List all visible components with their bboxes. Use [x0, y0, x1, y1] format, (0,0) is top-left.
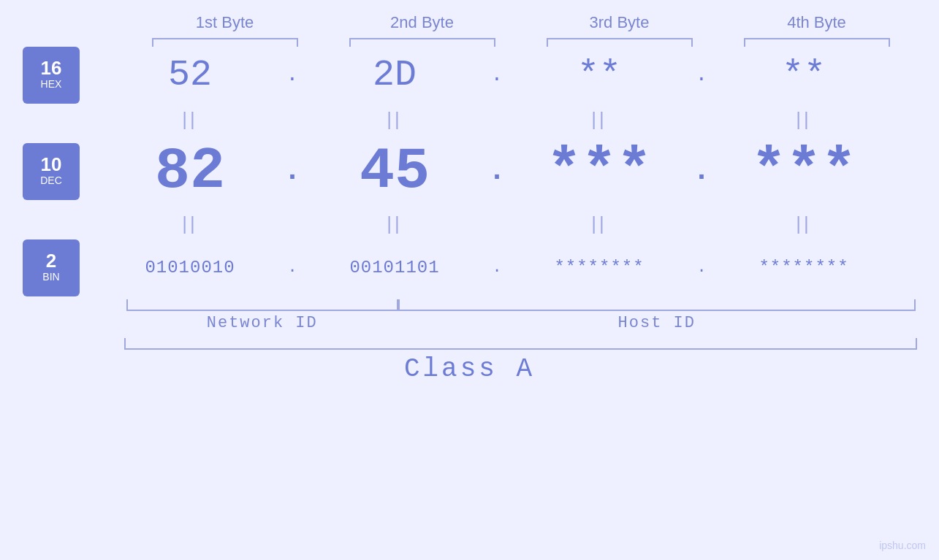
bin-value-row: 01010010 . 00101101 . ******** . *******…	[102, 239, 892, 296]
dec-values-col: 82 . 45 . *** . ***	[102, 135, 939, 208]
equals-row2: || || || ||	[102, 212, 892, 235]
hex-num: 16	[41, 58, 62, 77]
byte2-header: 2nd Byte	[335, 13, 510, 32]
bin-dot3: .	[687, 239, 716, 296]
dec-num: 10	[41, 155, 62, 174]
id-labels-row: Network ID Host ID	[126, 314, 916, 332]
dec-b2: 45	[307, 135, 482, 208]
bracket-host	[397, 299, 916, 311]
bin-label: BIN	[42, 270, 59, 285]
dec-b1: 82	[102, 135, 278, 208]
host-id-label: Host ID	[398, 314, 915, 332]
dec-dot2: .	[482, 135, 512, 208]
bin-num: 2	[46, 251, 56, 270]
class-label: Class A	[0, 354, 939, 384]
eq1-b2: ||	[307, 108, 482, 131]
dec-value-row: 82 . 45 . *** . ***	[102, 135, 892, 208]
hex-b2: 2D	[307, 47, 482, 104]
hex-b3: **	[512, 47, 687, 104]
equals-row1-wrapper: || || || ||	[0, 104, 939, 135]
bin-b1: 01010010	[102, 239, 278, 296]
hex-badge-col: 16 HEX	[0, 47, 102, 104]
bracket-top-3	[547, 38, 693, 47]
dec-badge-col: 10 DEC	[0, 143, 102, 200]
byte1-header: 1st Byte	[137, 13, 313, 32]
network-id-label: Network ID	[126, 314, 399, 332]
eq2-b1: ||	[102, 212, 278, 235]
eq2-b3: ||	[512, 212, 687, 235]
eq1-b4: ||	[716, 108, 892, 131]
dec-b4: ***	[716, 135, 892, 208]
eq2-b4: ||	[716, 212, 892, 235]
hex-label: HEX	[41, 77, 62, 92]
equals-row2-wrapper: || || || ||	[0, 208, 939, 239]
bin-dot1: .	[278, 239, 307, 296]
hex-value-row: 52 . 2D . ** . **	[102, 47, 892, 104]
equals-row1: || || || ||	[102, 108, 892, 131]
bracket-full	[124, 338, 917, 350]
bin-dot2: .	[482, 239, 512, 296]
byte4-header: 4th Byte	[729, 13, 905, 32]
dec-dot1: .	[278, 135, 307, 208]
dec-label: DEC	[40, 174, 62, 188]
eq1-b1: ||	[102, 108, 278, 131]
hex-values-col: 52 . 2D . ** . **	[102, 47, 939, 104]
dec-row-wrapper: 10 DEC 82 . 45 . *** . ***	[0, 135, 939, 208]
bracket-top-2	[349, 38, 495, 47]
eq1-b3: ||	[512, 108, 687, 131]
bin-row-wrapper: 2 BIN 01010010 . 00101101 . ******** . *…	[0, 239, 939, 296]
bottom-brackets	[126, 299, 916, 311]
hex-dot3: .	[687, 47, 716, 104]
hex-badge: 16 HEX	[23, 47, 80, 104]
watermark: ipshu.com	[879, 540, 926, 551]
top-brackets	[126, 38, 916, 47]
bracket-top-1	[152, 38, 298, 47]
bin-b2: 00101101	[307, 239, 482, 296]
hex-dot1: .	[278, 47, 307, 104]
hex-dot2: .	[482, 47, 512, 104]
dec-badge: 10 DEC	[23, 143, 80, 200]
dec-dot3: .	[687, 135, 716, 208]
byte3-header: 3rd Byte	[532, 13, 707, 32]
hex-b4: **	[716, 47, 892, 104]
eq2-values-col: || || || ||	[102, 208, 939, 239]
hex-b1: 52	[102, 47, 278, 104]
bin-badge-col: 2 BIN	[0, 239, 102, 296]
hex-row-wrapper: 16 HEX 52 . 2D . ** . **	[0, 47, 939, 104]
bracket-top-4	[744, 38, 890, 47]
dec-b3: ***	[512, 135, 687, 208]
eq1-values-col: || || || ||	[102, 104, 939, 135]
bin-b3: ********	[512, 239, 687, 296]
bracket-network	[126, 299, 400, 311]
eq2-b2: ||	[307, 212, 482, 235]
bin-badge: 2 BIN	[23, 239, 80, 296]
bin-values-col: 01010010 . 00101101 . ******** . *******…	[102, 239, 939, 296]
bin-b4: ********	[716, 239, 892, 296]
